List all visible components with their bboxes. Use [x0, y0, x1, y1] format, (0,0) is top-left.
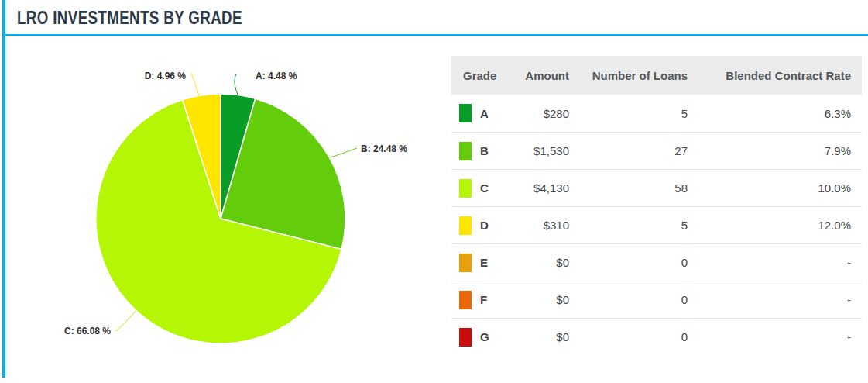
grade-letter: F — [480, 293, 487, 306]
grade-color-swatch — [459, 179, 472, 198]
pie-label-connector-c — [115, 310, 136, 331]
grade-cell: B — [451, 142, 525, 160]
grade-pie-chart: A: 4.48 %B: 24.48 %C: 66.08 %D: 4.96 % — [0, 39, 449, 383]
grade-color-swatch — [459, 142, 472, 160]
amount-cell: $0 — [525, 256, 569, 269]
grade-color-swatch — [459, 328, 472, 347]
table-row-grade-g: G$00- — [451, 318, 862, 355]
title-underline — [2, 34, 868, 36]
blended-contract-rate-cell: - — [688, 330, 862, 343]
table-row-grade-e: E$00- — [451, 243, 862, 281]
table-header-row: GradeAmountNumber of LoansBlended Contra… — [451, 56, 862, 95]
pie-label-b: B: 24.48 % — [361, 143, 407, 154]
grade-letter: C — [480, 181, 489, 195]
page-title: LRO INVESTMENTS BY GRADE — [17, 7, 242, 29]
number-of-loans-cell: 5 — [569, 219, 688, 232]
number-of-loans-cell: 27 — [569, 144, 688, 157]
grade-cell: G — [451, 328, 525, 347]
pie-label-a: A: 4.48 % — [256, 71, 297, 81]
table-row-grade-b: B$1,530277.9% — [451, 132, 862, 169]
blended-contract-rate-cell: 12.0% — [688, 219, 862, 232]
grade-cell: D — [451, 216, 525, 235]
grade-color-swatch — [459, 104, 472, 122]
amount-cell: $0 — [525, 330, 569, 343]
amount-cell: $4,130 — [525, 181, 569, 195]
grades-table: GradeAmountNumber of LoansBlended Contra… — [451, 56, 862, 355]
grade-cell: C — [451, 179, 525, 198]
pie-label-d: D: 4.96 % — [145, 71, 187, 81]
grade-letter: E — [480, 256, 488, 269]
blended-contract-rate-cell: - — [688, 256, 862, 269]
pie-label-c: C: 66.08 % — [64, 326, 111, 336]
grade-letter: A — [480, 107, 489, 120]
column-header-blended-contract-rate: Blended Contract Rate — [688, 69, 862, 82]
pie-label-connector-b — [330, 148, 357, 157]
column-header-grade: Grade — [451, 69, 525, 82]
number-of-loans-cell: 58 — [569, 181, 688, 195]
grade-letter: B — [480, 144, 489, 157]
grade-color-swatch — [459, 291, 472, 309]
column-header-amount: Amount — [525, 69, 569, 82]
column-header-number-of-loans: Number of Loans — [569, 69, 688, 82]
grade-cell: E — [451, 254, 525, 272]
grade-color-swatch — [459, 254, 472, 272]
grade-cell: F — [451, 291, 525, 309]
number-of-loans-cell: 5 — [569, 107, 688, 120]
blended-contract-rate-cell: 10.0% — [688, 181, 862, 195]
number-of-loans-cell: 0 — [569, 330, 688, 343]
number-of-loans-cell: 0 — [569, 293, 688, 306]
table-row-grade-c: C$4,1305810.0% — [451, 169, 862, 206]
amount-cell: $310 — [525, 219, 569, 232]
grade-letter: D — [480, 219, 489, 232]
table-row-grade-d: D$310512.0% — [451, 206, 862, 243]
table-body: A$28056.3%B$1,530277.9%C$4,1305810.0%D$3… — [451, 95, 862, 355]
blended-contract-rate-cell: - — [688, 293, 862, 306]
amount-cell: $0 — [525, 293, 569, 306]
grade-letter: G — [480, 330, 489, 343]
number-of-loans-cell: 0 — [569, 256, 688, 269]
blended-contract-rate-cell: 7.9% — [688, 144, 862, 157]
table-row-grade-f: F$00- — [451, 281, 862, 318]
table-row-grade-a: A$28056.3% — [451, 95, 862, 132]
grade-color-swatch — [459, 216, 472, 235]
grade-cell: A — [451, 104, 525, 122]
amount-cell: $1,530 — [525, 144, 569, 157]
amount-cell: $280 — [525, 107, 569, 120]
blended-contract-rate-cell: 6.3% — [688, 107, 862, 120]
pie-label-connector-d — [191, 74, 200, 98]
